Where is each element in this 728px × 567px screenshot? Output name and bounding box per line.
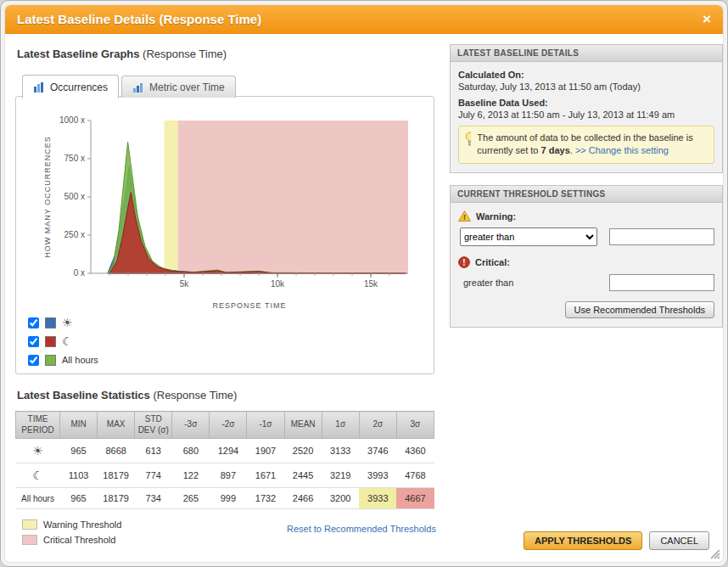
close-icon[interactable]: × — [703, 5, 711, 34]
warning-label-row: ! Warning: — [458, 211, 714, 222]
stats-column-header: MEAN — [284, 412, 322, 439]
stats-cell: 774 — [135, 463, 172, 488]
dialog-title: Latest Baseline Details (Response Time) — [17, 5, 261, 34]
calculated-on-value: Saturday, July 13, 2013 at 11:50 am (Tod… — [458, 81, 714, 92]
stats-cell: 1294 — [210, 439, 247, 463]
stats-cell: 122 — [172, 463, 210, 488]
baseline-data-used-value: July 6, 2013 at 11:50 am - July 13, 2013… — [458, 109, 714, 120]
resize-handle[interactable] — [709, 548, 720, 559]
sun-icon: ☀ — [32, 444, 43, 458]
stats-heading-bold: Latest Baseline Statistics — [17, 389, 150, 401]
stats-cell: 1671 — [247, 463, 284, 488]
night-series-checkbox[interactable] — [28, 336, 39, 347]
stats-cell: 18179 — [98, 463, 135, 488]
warning-threshold-band — [165, 121, 178, 273]
stats-cell: 965 — [60, 439, 98, 463]
lightbulb-icon — [465, 132, 471, 147]
stats-period-cell: ☾ — [16, 463, 60, 488]
recommend-button-row: Use Recommended Thresholds — [458, 301, 714, 318]
series-toggle-night: ☾ — [28, 334, 73, 348]
bar-chart-icon — [33, 82, 45, 93]
stats-cell: 4667 — [396, 488, 434, 509]
tab-occurrences-label: Occurrences — [50, 81, 108, 93]
stats-cell: 613 — [135, 439, 172, 463]
all-hours-series-checkbox[interactable] — [28, 355, 39, 366]
occurrences-chart: 0 x250 x500 x750 x1000 x5k10k15kHOW MANY… — [21, 105, 427, 316]
stats-cell: 3133 — [322, 439, 359, 463]
stats-column-header: TIME PERIOD — [16, 412, 60, 439]
critical-threshold-swatch — [22, 535, 37, 545]
stats-period-cell: ☀ — [16, 439, 60, 463]
chart-panel: 0 x250 x500 x750 x1000 x5k10k15kHOW MANY… — [15, 96, 434, 374]
stats-cell: 965 — [60, 488, 98, 509]
stats-column-header: -1σ — [247, 412, 284, 439]
screen: Latest Baseline Details (Response Time) … — [0, 0, 728, 567]
note-days: 7 days — [541, 145, 570, 155]
stats-cell: 680 — [172, 439, 210, 463]
warning-threshold-swatch — [22, 519, 37, 530]
baseline-note-text: The amount of data to be collected in th… — [477, 132, 708, 158]
warning-label: Warning: — [476, 211, 516, 222]
stats-column-header: MAX — [98, 412, 135, 439]
current-threshold-settings-panel: CURRENT THRESHOLD SETTINGS ! Warning: gr… — [450, 185, 723, 328]
critical-value-input[interactable] — [609, 274, 714, 291]
warning-operator-select[interactable]: greater than — [460, 227, 597, 246]
threshold-panel-body: ! Warning: greater than ! Critical: grea… — [451, 203, 722, 327]
warning-value-input[interactable] — [609, 228, 714, 245]
baseline-statistics-table: TIME PERIODMINMAXSTD DEV (σ)-3σ-2σ-1σMEA… — [15, 411, 434, 509]
graphs-heading-bold: Latest Baseline Graphs — [17, 48, 140, 60]
svg-text:750 x: 750 x — [64, 154, 85, 163]
stats-cell: 4360 — [396, 439, 434, 463]
change-setting-link[interactable]: >> Change this setting — [575, 145, 669, 155]
critical-operator-text: greater than — [463, 278, 513, 288]
cancel-button[interactable]: CANCEL — [649, 531, 709, 550]
svg-text:15k: 15k — [364, 279, 378, 289]
svg-text:10k: 10k — [271, 279, 285, 289]
stats-cell: 3746 — [359, 439, 396, 463]
stats-column-header: -2σ — [210, 412, 247, 439]
svg-text:500 x: 500 x — [64, 192, 85, 201]
warning-threshold-legend: Warning Threshold — [22, 519, 121, 530]
stats-cell: 4768 — [396, 463, 434, 488]
stats-cell: 897 — [210, 463, 247, 488]
calculated-on-label: Calculated On: — [458, 70, 714, 80]
threshold-panel-header: CURRENT THRESHOLD SETTINGS — [451, 186, 722, 203]
stats-cell: 2445 — [284, 463, 322, 488]
stats-cell: 3200 — [322, 488, 359, 509]
stats-column-header: 2σ — [359, 412, 396, 439]
stats-section-heading: Latest Baseline Statistics (Response Tim… — [17, 389, 237, 401]
day-series-swatch — [45, 317, 56, 328]
stats-cell: 3933 — [359, 488, 396, 509]
stats-cell: 3993 — [359, 463, 396, 488]
stats-cell: 999 — [210, 488, 247, 509]
dialog-body: Latest Baseline Details (Response Time) … — [4, 4, 724, 563]
dialog-footer: APPLY THRESHOLDS CANCEL — [524, 531, 709, 550]
critical-label: Critical: — [475, 257, 510, 267]
stats-cell: 3219 — [322, 463, 359, 488]
stats-row: All hours9651817973426599917322466320039… — [16, 488, 434, 509]
details-panel-header: LATEST BASELINE DETAILS — [451, 45, 722, 62]
all-hours-label: All hours — [62, 355, 98, 365]
use-recommended-thresholds-button[interactable]: Use Recommended Thresholds — [565, 301, 714, 318]
warning-threshold-label: Warning Threshold — [43, 519, 121, 530]
day-series-checkbox[interactable] — [28, 317, 39, 328]
critical-threshold-label: Critical Threshold — [43, 535, 115, 545]
stats-cell: 8668 — [98, 439, 135, 463]
tab-metric-over-time[interactable]: Metric over Time — [121, 76, 236, 98]
apply-thresholds-button[interactable]: APPLY THRESHOLDS — [524, 531, 642, 550]
tab-occurrences[interactable]: Occurrences — [22, 75, 119, 98]
svg-text:RESPONSE TIME: RESPONSE TIME — [213, 301, 287, 310]
stats-row: ☀9658668613680129419072520313337464360 — [16, 439, 434, 463]
critical-threshold-band — [178, 121, 408, 273]
line-chart-icon — [132, 82, 144, 93]
stats-cell: 2466 — [284, 488, 322, 509]
stats-column-header: MIN — [60, 412, 98, 439]
svg-text:0 x: 0 x — [74, 268, 85, 278]
graph-tabs: Occurrences Metric over Time — [22, 74, 238, 98]
reset-thresholds-link[interactable]: Reset to Recommended Thresholds — [287, 524, 436, 534]
dialog-titlebar[interactable]: Latest Baseline Details (Response Time) … — [5, 5, 723, 34]
stats-cell: 1732 — [247, 488, 284, 509]
svg-text:1000 x: 1000 x — [59, 115, 85, 125]
stats-cell: 1907 — [247, 439, 284, 463]
details-panel-body: Calculated On: Saturday, July 13, 2013 a… — [451, 62, 722, 172]
